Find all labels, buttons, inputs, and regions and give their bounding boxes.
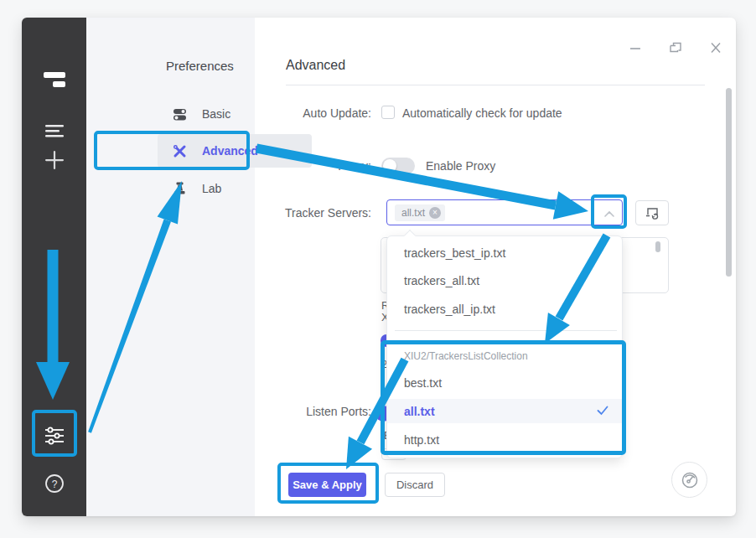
dropdown-item[interactable]: trackers_all.txt — [387, 268, 622, 293]
speed-limit-button[interactable] — [671, 462, 707, 498]
textarea-scrollbar[interactable] — [655, 241, 660, 252]
dropdown-item[interactable]: trackers_best_ip.txt — [387, 241, 622, 266]
preferences-nav: Preferences Basic — [86, 18, 255, 516]
sync-trackers-button[interactable] — [635, 200, 669, 225]
app-window: ? Preferences Basic — [22, 18, 736, 516]
toggle-knob — [383, 159, 396, 173]
annotation-box-advanced — [94, 131, 250, 170]
tag-close-icon[interactable]: × — [429, 207, 441, 219]
auto-update-label: Auto Update: — [148, 106, 371, 120]
auto-update-checkbox[interactable] — [381, 106, 395, 119]
minimize-button[interactable] — [628, 41, 643, 58]
auto-update-checkbox-label[interactable]: Automatically check for update — [402, 106, 562, 120]
annotation-box-save — [277, 463, 379, 504]
dropdown-divider — [395, 330, 617, 331]
tracker-servers-label: Tracker Servers: — [148, 206, 371, 220]
main-scrollbar[interactable] — [726, 88, 732, 277]
selected-tracker-tag: all.txt × — [395, 204, 445, 221]
proxy-toggle-label: Enable Proxy — [426, 159, 495, 173]
listen-ports-label: Listen Ports: — [148, 405, 371, 418]
close-button[interactable] — [708, 41, 723, 58]
page-title: Advanced — [286, 58, 345, 73]
dropdown-item[interactable]: trackers_all_ip.txt — [387, 297, 622, 322]
tracker-servers-select[interactable]: all.txt × — [386, 199, 623, 225]
proxy-toggle[interactable] — [381, 158, 415, 174]
annotation-box-chevron — [591, 194, 627, 229]
nav-item-lab[interactable]: Lab — [158, 172, 312, 205]
annotation-box-preferences-icon — [32, 410, 77, 457]
lab-icon — [173, 182, 187, 195]
discard-button[interactable]: Discard — [385, 473, 445, 497]
preferences-title: Preferences — [166, 59, 234, 73]
restore-button[interactable] — [668, 41, 683, 58]
dropdown-notch — [404, 230, 416, 241]
title-divider — [286, 85, 705, 85]
help-icon[interactable]: ? — [22, 473, 86, 494]
task-list-icon[interactable] — [22, 123, 86, 138]
nav-item-label: Lab — [202, 182, 221, 195]
motrix-logo — [22, 71, 86, 90]
svg-text:?: ? — [51, 479, 57, 490]
add-task-icon[interactable] — [22, 149, 86, 171]
annotation-box-dropdown-group — [381, 340, 626, 455]
tag-label: all.txt — [401, 207, 425, 219]
